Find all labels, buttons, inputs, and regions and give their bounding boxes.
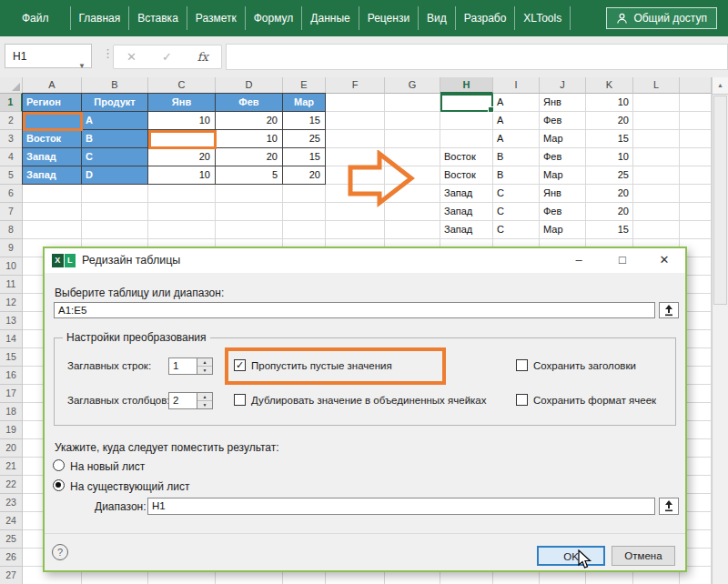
existing-sheet-radio[interactable] bbox=[53, 479, 65, 491]
cell-J6[interactable]: Янв bbox=[540, 185, 586, 203]
minimize-button[interactable]: – bbox=[565, 248, 592, 272]
cell-K6[interactable]: 20 bbox=[586, 185, 633, 203]
keep-headers-checkbox[interactable] bbox=[516, 359, 528, 371]
spin-down-icon[interactable]: ▼ bbox=[197, 367, 212, 374]
row-header-19[interactable]: 19 bbox=[0, 421, 23, 439]
cell-C1[interactable]: Янв bbox=[148, 94, 216, 112]
cell-I7[interactable]: C bbox=[493, 203, 540, 221]
row-header-7[interactable]: 7 bbox=[0, 203, 23, 221]
column-header-C[interactable]: C bbox=[148, 77, 216, 94]
ribbon-tab-рецензи[interactable]: Рецензи bbox=[359, 6, 419, 30]
column-header-I[interactable]: I bbox=[493, 77, 540, 94]
cell-J8[interactable]: Мар bbox=[540, 221, 586, 239]
cell-J3[interactable]: Мар bbox=[540, 130, 586, 148]
header-cols-spinner[interactable]: 2 ▲▼ bbox=[168, 392, 213, 409]
cell-A5[interactable]: Запад bbox=[23, 166, 82, 185]
row-header-17[interactable]: 17 bbox=[0, 385, 23, 403]
ok-button[interactable]: OK bbox=[537, 546, 605, 566]
skip-empty-checkbox[interactable]: ✓ bbox=[234, 359, 246, 371]
cell-H2[interactable] bbox=[440, 112, 493, 130]
row-header-10[interactable]: 10 bbox=[0, 257, 23, 276]
cell-K5[interactable]: 25 bbox=[586, 166, 633, 185]
spin-down-icon[interactable]: ▼ bbox=[197, 401, 212, 408]
ribbon-tab-файл[interactable]: Файл bbox=[14, 6, 57, 30]
row-header-11[interactable]: 11 bbox=[0, 276, 23, 294]
cell-H5[interactable]: Восток bbox=[440, 166, 493, 185]
row-header-4[interactable]: 4 bbox=[0, 148, 23, 166]
source-range-picker-button[interactable] bbox=[659, 302, 679, 318]
spin-up-icon[interactable]: ▲ bbox=[197, 393, 212, 401]
column-header-E[interactable]: E bbox=[283, 77, 326, 94]
row-header-24[interactable]: 24 bbox=[0, 512, 23, 530]
select-all-corner[interactable] bbox=[0, 77, 23, 94]
row-header-8[interactable]: 8 bbox=[0, 221, 23, 239]
cell-K1[interactable]: 10 bbox=[586, 94, 633, 112]
row-header-15[interactable]: 15 bbox=[0, 348, 23, 367]
cell-J1[interactable]: Янв bbox=[540, 94, 586, 112]
new-sheet-radio[interactable] bbox=[53, 459, 65, 471]
column-header-G[interactable]: G bbox=[385, 77, 440, 94]
cell-H6[interactable]: Запад bbox=[440, 185, 493, 203]
row-header-18[interactable]: 18 bbox=[0, 403, 23, 421]
row-header-27[interactable]: 27 bbox=[0, 567, 23, 584]
row-header-21[interactable]: 21 bbox=[0, 458, 23, 476]
cell-J2[interactable]: Фев bbox=[540, 112, 586, 130]
cell-H4[interactable]: Восток bbox=[440, 148, 493, 166]
cell-D3[interactable]: 10 bbox=[216, 130, 283, 148]
cell-D4[interactable]: 20 bbox=[216, 148, 283, 166]
row-header-1[interactable]: 1 bbox=[0, 94, 23, 112]
cell-I2[interactable]: A bbox=[493, 112, 540, 130]
ribbon-tab-формул[interactable]: Формул bbox=[246, 6, 303, 30]
cell-I8[interactable]: C bbox=[493, 221, 540, 239]
row-header-22[interactable]: 22 bbox=[0, 476, 23, 494]
cell-J4[interactable]: Фев bbox=[540, 148, 586, 166]
cell-E5[interactable]: 20 bbox=[283, 166, 326, 185]
ribbon-tab-xltools[interactable]: XLTools bbox=[515, 6, 571, 30]
cell-H7[interactable]: Запад bbox=[440, 203, 493, 221]
cell-H8[interactable]: Запад bbox=[440, 221, 493, 239]
cell-I6[interactable]: C bbox=[493, 185, 540, 203]
cell-E4[interactable]: 15 bbox=[283, 148, 326, 166]
cell-K4[interactable]: 10 bbox=[586, 148, 633, 166]
header-rows-spinner[interactable]: 1 ▲▼ bbox=[168, 357, 213, 375]
cell-C4[interactable]: 20 bbox=[148, 148, 216, 166]
row-header-6[interactable]: 6 bbox=[0, 185, 23, 203]
cell-E3[interactable]: 25 bbox=[283, 130, 326, 148]
cell-B2[interactable]: A bbox=[82, 112, 148, 130]
cell-J5[interactable]: Мар bbox=[540, 166, 586, 185]
row-header-25[interactable]: 25 bbox=[0, 530, 23, 549]
chevron-down-icon[interactable]: ▼ bbox=[78, 54, 86, 78]
column-header-partial[interactable] bbox=[680, 77, 712, 94]
cancel-entry-icon[interactable]: ✕ bbox=[126, 50, 136, 64]
column-header-F[interactable]: F bbox=[326, 77, 385, 94]
cell-J7[interactable]: Фев bbox=[540, 203, 586, 221]
row-header-13[interactable]: 13 bbox=[0, 312, 23, 330]
cell-E2[interactable]: 15 bbox=[283, 112, 326, 130]
cell-K7[interactable]: 20 bbox=[586, 203, 633, 221]
row-header-20[interactable]: 20 bbox=[0, 439, 23, 458]
cell-I1[interactable]: A bbox=[493, 94, 540, 112]
keep-format-checkbox[interactable] bbox=[516, 394, 528, 406]
vertical-scrollbar[interactable]: ▲ bbox=[712, 77, 728, 584]
column-header-H[interactable]: H bbox=[440, 77, 493, 94]
cell-K8[interactable]: 15 bbox=[586, 221, 633, 239]
column-header-D[interactable]: D bbox=[216, 77, 283, 94]
source-range-input[interactable]: A1:E5 bbox=[54, 302, 655, 318]
cell-K3[interactable]: 15 bbox=[586, 130, 633, 148]
confirm-entry-icon[interactable]: ✓ bbox=[162, 50, 172, 64]
dest-range-input[interactable]: H1 bbox=[147, 498, 655, 515]
cell-K2[interactable]: 20 bbox=[586, 112, 633, 130]
share-button[interactable]: Общий доступ bbox=[606, 7, 717, 29]
insert-function-icon[interactable]: fx bbox=[197, 50, 208, 64]
row-header-26[interactable]: 26 bbox=[0, 549, 23, 567]
scrollbar-thumb[interactable] bbox=[713, 96, 727, 305]
row-header-23[interactable]: 23 bbox=[0, 494, 23, 512]
cell-C5[interactable]: 10 bbox=[148, 166, 216, 185]
close-button[interactable]: ✕ bbox=[651, 248, 678, 272]
cell-I5[interactable]: B bbox=[493, 166, 540, 185]
row-header-12[interactable]: 12 bbox=[0, 294, 23, 312]
row-header-5[interactable]: 5 bbox=[0, 166, 23, 185]
fill-handle[interactable] bbox=[488, 106, 494, 113]
cell-A3[interactable]: Восток bbox=[23, 130, 82, 148]
dialog-titlebar[interactable]: XL Редизайн таблицы – □ ✕ bbox=[45, 248, 685, 273]
